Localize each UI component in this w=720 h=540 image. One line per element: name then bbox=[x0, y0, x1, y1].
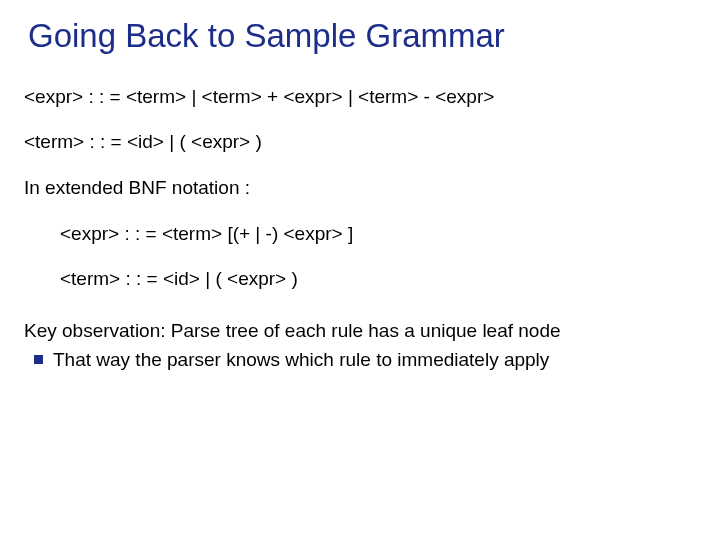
ebnf-expr-line: <expr> : : = <term> [(+ | -) <expr> ] bbox=[60, 221, 696, 247]
bnf-expr-line: <expr> : : = <term> | <term> + <expr> | … bbox=[24, 84, 696, 110]
bnf-term-line: <term> : : = <id> | ( <expr> ) bbox=[24, 129, 696, 155]
ebnf-intro-line: In extended BNF notation : bbox=[24, 175, 696, 201]
square-bullet-icon bbox=[34, 355, 43, 364]
slide: Going Back to Sample Grammar <expr> : : … bbox=[0, 0, 720, 540]
bullet-text: That way the parser knows which rule to … bbox=[53, 347, 549, 373]
key-observation-line: Key observation: Parse tree of each rule… bbox=[24, 318, 696, 344]
ebnf-term-line: <term> : : = <id> | ( <expr> ) bbox=[60, 266, 696, 292]
bullet-item: That way the parser knows which rule to … bbox=[24, 347, 696, 373]
slide-title: Going Back to Sample Grammar bbox=[28, 16, 696, 56]
